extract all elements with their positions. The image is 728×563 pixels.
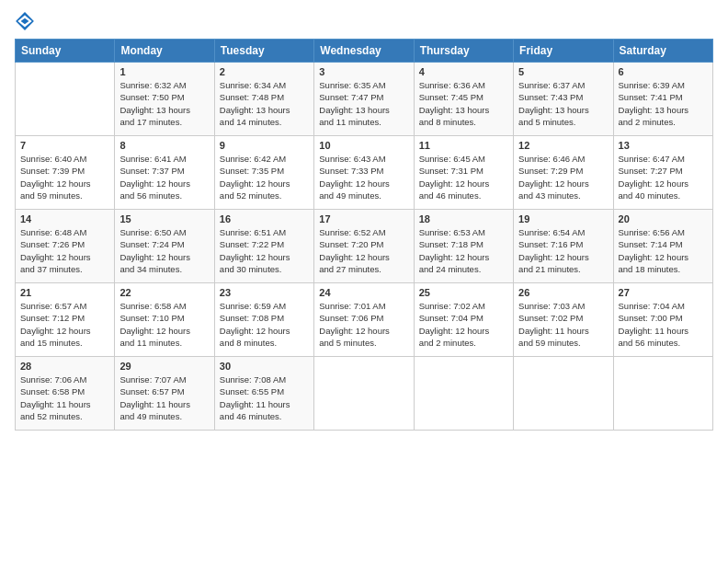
calendar-week-row: 21Sunrise: 6:57 AMSunset: 7:12 PMDayligh… bbox=[16, 283, 713, 357]
day-number: 12 bbox=[518, 140, 608, 151]
calendar-header-sunday: Sunday bbox=[16, 40, 115, 63]
calendar-cell: 17Sunrise: 6:52 AMSunset: 7:20 PMDayligh… bbox=[314, 210, 414, 283]
calendar-cell: 26Sunrise: 7:03 AMSunset: 7:02 PMDayligh… bbox=[514, 283, 613, 357]
day-info: Sunrise: 6:57 AMSunset: 7:12 PMDaylight:… bbox=[20, 300, 109, 349]
calendar-cell: 6Sunrise: 6:39 AMSunset: 7:41 PMDaylight… bbox=[613, 63, 712, 136]
day-number: 16 bbox=[220, 213, 309, 224]
calendar-cell: 22Sunrise: 6:58 AMSunset: 7:10 PMDayligh… bbox=[115, 283, 214, 357]
day-info: Sunrise: 7:02 AMSunset: 7:04 PMDaylight:… bbox=[419, 300, 508, 349]
day-info: Sunrise: 6:51 AMSunset: 7:22 PMDaylight:… bbox=[220, 226, 309, 275]
calendar-cell bbox=[613, 357, 712, 431]
calendar-header-saturday: Saturday bbox=[613, 40, 712, 63]
day-info: Sunrise: 6:42 AMSunset: 7:35 PMDaylight:… bbox=[220, 153, 309, 201]
day-info: Sunrise: 7:03 AMSunset: 7:02 PMDaylight:… bbox=[518, 300, 608, 349]
day-number: 5 bbox=[518, 66, 608, 77]
calendar-cell bbox=[16, 63, 115, 136]
day-info: Sunrise: 7:08 AMSunset: 6:55 PMDaylight:… bbox=[220, 373, 309, 422]
calendar-cell: 11Sunrise: 6:45 AMSunset: 7:31 PMDayligh… bbox=[414, 136, 513, 210]
day-number: 6 bbox=[619, 66, 708, 77]
day-info: Sunrise: 6:37 AMSunset: 7:43 PMDaylight:… bbox=[518, 79, 608, 128]
day-info: Sunrise: 6:39 AMSunset: 7:41 PMDaylight:… bbox=[619, 79, 708, 128]
day-number: 18 bbox=[419, 213, 508, 224]
day-number: 29 bbox=[119, 361, 209, 372]
calendar-cell bbox=[314, 357, 414, 431]
day-number: 23 bbox=[220, 287, 309, 298]
day-info: Sunrise: 6:48 AMSunset: 7:26 PMDaylight:… bbox=[20, 226, 109, 275]
day-info: Sunrise: 6:47 AMSunset: 7:27 PMDaylight:… bbox=[619, 153, 708, 201]
header bbox=[15, 11, 713, 31]
day-number: 24 bbox=[319, 287, 408, 298]
day-info: Sunrise: 6:46 AMSunset: 7:29 PMDaylight:… bbox=[518, 153, 608, 201]
calendar-week-row: 1Sunrise: 6:32 AMSunset: 7:50 PMDaylight… bbox=[16, 63, 713, 136]
day-number: 15 bbox=[119, 213, 209, 224]
day-number: 22 bbox=[119, 287, 209, 298]
day-info: Sunrise: 6:54 AMSunset: 7:16 PMDaylight:… bbox=[518, 226, 608, 275]
day-number: 7 bbox=[20, 140, 109, 151]
calendar-cell: 2Sunrise: 6:34 AMSunset: 7:48 PMDaylight… bbox=[214, 63, 313, 136]
day-info: Sunrise: 6:34 AMSunset: 7:48 PMDaylight:… bbox=[220, 79, 309, 128]
day-info: Sunrise: 7:01 AMSunset: 7:06 PMDaylight:… bbox=[319, 300, 408, 349]
day-number: 9 bbox=[220, 140, 309, 151]
day-info: Sunrise: 6:41 AMSunset: 7:37 PMDaylight:… bbox=[119, 153, 209, 201]
day-info: Sunrise: 6:43 AMSunset: 7:33 PMDaylight:… bbox=[319, 153, 408, 201]
calendar-cell: 4Sunrise: 6:36 AMSunset: 7:45 PMDaylight… bbox=[414, 63, 513, 136]
calendar-cell: 9Sunrise: 6:42 AMSunset: 7:35 PMDaylight… bbox=[214, 136, 313, 210]
day-info: Sunrise: 7:07 AMSunset: 6:57 PMDaylight:… bbox=[119, 373, 209, 422]
day-info: Sunrise: 6:36 AMSunset: 7:45 PMDaylight:… bbox=[419, 79, 508, 128]
day-number: 20 bbox=[619, 213, 708, 224]
calendar-cell: 7Sunrise: 6:40 AMSunset: 7:39 PMDaylight… bbox=[16, 136, 115, 210]
calendar-cell: 23Sunrise: 6:59 AMSunset: 7:08 PMDayligh… bbox=[214, 283, 313, 357]
calendar-header-friday: Friday bbox=[514, 40, 613, 63]
calendar-cell: 15Sunrise: 6:50 AMSunset: 7:24 PMDayligh… bbox=[115, 210, 214, 283]
day-number: 1 bbox=[119, 66, 209, 77]
calendar-cell: 24Sunrise: 7:01 AMSunset: 7:06 PMDayligh… bbox=[314, 283, 414, 357]
day-info: Sunrise: 7:06 AMSunset: 6:58 PMDaylight:… bbox=[20, 373, 109, 422]
calendar-week-row: 28Sunrise: 7:06 AMSunset: 6:58 PMDayligh… bbox=[16, 357, 713, 431]
calendar-week-row: 14Sunrise: 6:48 AMSunset: 7:26 PMDayligh… bbox=[16, 210, 713, 283]
day-number: 21 bbox=[20, 287, 109, 298]
day-info: Sunrise: 6:35 AMSunset: 7:47 PMDaylight:… bbox=[319, 79, 408, 128]
day-info: Sunrise: 6:52 AMSunset: 7:20 PMDaylight:… bbox=[319, 226, 408, 275]
calendar-cell: 12Sunrise: 6:46 AMSunset: 7:29 PMDayligh… bbox=[514, 136, 613, 210]
calendar-cell: 14Sunrise: 6:48 AMSunset: 7:26 PMDayligh… bbox=[16, 210, 115, 283]
calendar-cell: 18Sunrise: 6:53 AMSunset: 7:18 PMDayligh… bbox=[414, 210, 513, 283]
calendar-cell: 19Sunrise: 6:54 AMSunset: 7:16 PMDayligh… bbox=[514, 210, 613, 283]
day-info: Sunrise: 6:40 AMSunset: 7:39 PMDaylight:… bbox=[20, 153, 109, 201]
calendar-cell: 13Sunrise: 6:47 AMSunset: 7:27 PMDayligh… bbox=[613, 136, 712, 210]
calendar-header-monday: Monday bbox=[115, 40, 214, 63]
day-info: Sunrise: 7:04 AMSunset: 7:00 PMDaylight:… bbox=[619, 300, 708, 349]
calendar-cell: 1Sunrise: 6:32 AMSunset: 7:50 PMDaylight… bbox=[115, 63, 214, 136]
day-info: Sunrise: 6:32 AMSunset: 7:50 PMDaylight:… bbox=[119, 79, 209, 128]
calendar-cell: 20Sunrise: 6:56 AMSunset: 7:14 PMDayligh… bbox=[613, 210, 712, 283]
calendar-table: SundayMondayTuesdayWednesdayThursdayFrid… bbox=[15, 39, 713, 431]
calendar-cell: 27Sunrise: 7:04 AMSunset: 7:00 PMDayligh… bbox=[613, 283, 712, 357]
day-info: Sunrise: 6:45 AMSunset: 7:31 PMDaylight:… bbox=[419, 153, 508, 201]
calendar-header-wednesday: Wednesday bbox=[314, 40, 414, 63]
calendar-cell: 29Sunrise: 7:07 AMSunset: 6:57 PMDayligh… bbox=[115, 357, 214, 431]
calendar-cell: 25Sunrise: 7:02 AMSunset: 7:04 PMDayligh… bbox=[414, 283, 513, 357]
day-number: 28 bbox=[20, 361, 109, 372]
day-number: 27 bbox=[619, 287, 708, 298]
day-info: Sunrise: 6:53 AMSunset: 7:18 PMDaylight:… bbox=[419, 226, 508, 275]
day-number: 8 bbox=[119, 140, 209, 151]
calendar-cell: 3Sunrise: 6:35 AMSunset: 7:47 PMDaylight… bbox=[314, 63, 414, 136]
calendar-cell bbox=[514, 357, 613, 431]
day-number: 25 bbox=[419, 287, 508, 298]
calendar-cell bbox=[414, 357, 513, 431]
day-number: 11 bbox=[419, 140, 508, 151]
day-number: 17 bbox=[319, 213, 408, 224]
day-number: 14 bbox=[20, 213, 109, 224]
logo-icon bbox=[15, 11, 35, 31]
calendar-cell: 8Sunrise: 6:41 AMSunset: 7:37 PMDaylight… bbox=[115, 136, 214, 210]
calendar-header-row: SundayMondayTuesdayWednesdayThursdayFrid… bbox=[16, 40, 713, 63]
calendar-header-thursday: Thursday bbox=[414, 40, 513, 63]
day-number: 3 bbox=[319, 66, 408, 77]
calendar-cell: 5Sunrise: 6:37 AMSunset: 7:43 PMDaylight… bbox=[514, 63, 613, 136]
calendar-header-tuesday: Tuesday bbox=[214, 40, 313, 63]
page: SundayMondayTuesdayWednesdayThursdayFrid… bbox=[0, 0, 728, 563]
day-number: 10 bbox=[319, 140, 408, 151]
calendar-cell: 16Sunrise: 6:51 AMSunset: 7:22 PMDayligh… bbox=[214, 210, 313, 283]
day-info: Sunrise: 6:50 AMSunset: 7:24 PMDaylight:… bbox=[119, 226, 209, 275]
calendar-week-row: 7Sunrise: 6:40 AMSunset: 7:39 PMDaylight… bbox=[16, 136, 713, 210]
day-info: Sunrise: 6:59 AMSunset: 7:08 PMDaylight:… bbox=[220, 300, 309, 349]
